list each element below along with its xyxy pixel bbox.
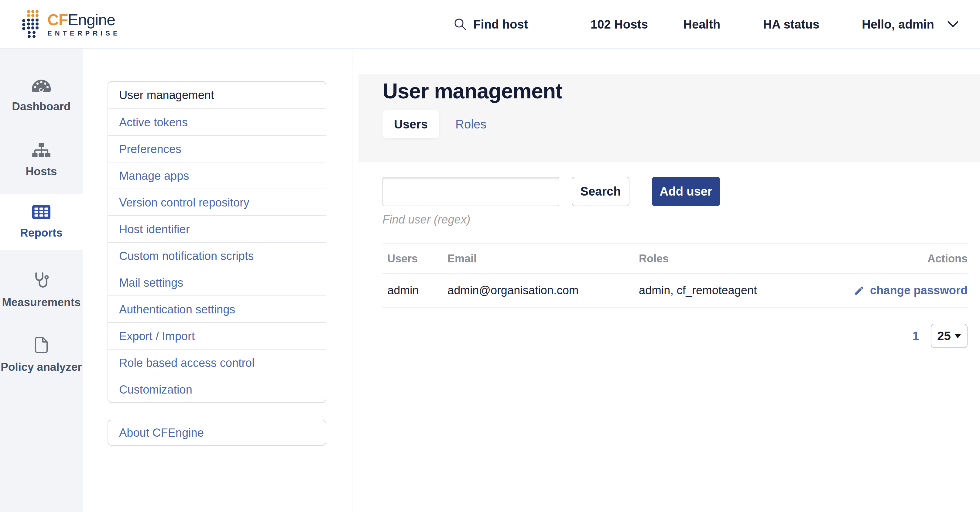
page-title: User management bbox=[382, 78, 562, 104]
menu-item-export-import[interactable]: Export / Import bbox=[108, 322, 326, 349]
ha-status-nav[interactable]: HA status bbox=[763, 0, 819, 49]
tab-roles-label: Roles bbox=[455, 118, 486, 131]
health-nav[interactable]: Health bbox=[683, 0, 720, 49]
sidebar-item-label: Policy analyzer bbox=[1, 361, 82, 374]
sidebar-item-reports[interactable]: Reports bbox=[0, 194, 83, 250]
pagination: 1 25 bbox=[913, 324, 967, 348]
page-number[interactable]: 1 bbox=[913, 329, 919, 343]
sidebar-item-measurements[interactable]: Measurements bbox=[0, 272, 83, 309]
menu-item-preferences[interactable]: Preferences bbox=[108, 135, 326, 162]
sidebar-item-label: Hosts bbox=[26, 165, 57, 178]
tab-users[interactable]: Users bbox=[382, 110, 439, 138]
user-menu[interactable]: Hello, admin bbox=[862, 0, 958, 49]
sidebar-item-label: Dashboard bbox=[12, 100, 70, 113]
settings-menu-panel: User management Active tokens Preference… bbox=[83, 49, 352, 512]
tab-roles[interactable]: Roles bbox=[455, 110, 486, 138]
col-header-users: Users bbox=[382, 252, 447, 265]
table-grid-icon bbox=[32, 205, 51, 219]
sidebar-item-label: Measurements bbox=[2, 296, 81, 309]
cfengine-logo: CFEngine ENTERPRISE bbox=[22, 0, 121, 49]
tab-users-label: Users bbox=[394, 118, 428, 131]
sidebar-item-label: Reports bbox=[20, 227, 62, 239]
search-icon bbox=[453, 17, 467, 31]
page-size-value: 25 bbox=[937, 329, 951, 343]
change-password-link[interactable]: change password bbox=[854, 284, 967, 297]
cell-email: admin@organisation.com bbox=[447, 284, 639, 297]
menu-item-about-cfengine[interactable]: About CFEngine bbox=[108, 420, 326, 446]
user-greeting-label: Hello, admin bbox=[862, 17, 934, 31]
caret-down-icon bbox=[955, 334, 961, 338]
col-header-email: Email bbox=[447, 252, 639, 265]
document-icon bbox=[34, 337, 49, 353]
users-table: Users Email Roles Actions admin admin@or… bbox=[382, 243, 967, 308]
pencil-icon bbox=[854, 285, 865, 296]
top-nav: CFEngine ENTERPRISE Find host 102 Hosts … bbox=[0, 0, 980, 49]
menu-item-manage-apps[interactable]: Manage apps bbox=[108, 162, 326, 189]
col-header-actions: Actions bbox=[928, 252, 967, 265]
find-user-input[interactable] bbox=[382, 177, 559, 206]
main-content: User management Users Roles Search Add u… bbox=[352, 49, 980, 512]
menu-item-user-management[interactable]: User management bbox=[108, 82, 326, 108]
menu-item-active-tokens[interactable]: Active tokens bbox=[108, 108, 326, 135]
settings-menu-card: User management Active tokens Preference… bbox=[108, 81, 326, 403]
menu-item-custom-notification-scripts[interactable]: Custom notification scripts bbox=[108, 242, 326, 269]
page-header-band: User management Users Roles bbox=[358, 74, 980, 162]
brand-engine: Engine bbox=[68, 11, 115, 29]
change-password-label: change password bbox=[870, 284, 967, 297]
add-user-button[interactable]: Add user bbox=[652, 177, 720, 206]
cell-roles: admin, cf_remoteagent bbox=[639, 284, 854, 297]
menu-item-host-identifier[interactable]: Host identifier bbox=[108, 215, 326, 242]
dashboard-gauge-icon bbox=[31, 79, 51, 93]
menu-item-mail-settings[interactable]: Mail settings bbox=[108, 269, 326, 296]
find-user-hint: Find user (regex) bbox=[382, 213, 470, 226]
menu-item-customization[interactable]: Customization bbox=[108, 376, 326, 402]
ha-status-label: HA status bbox=[763, 17, 819, 31]
sidebar-item-hosts[interactable]: Hosts bbox=[0, 143, 83, 178]
brand-cf: CF bbox=[48, 11, 68, 29]
table-row: admin admin@organisation.com admin, cf_r… bbox=[382, 273, 967, 308]
users-table-header: Users Email Roles Actions bbox=[382, 243, 967, 273]
find-host-nav[interactable]: Find host bbox=[453, 0, 528, 49]
hosts-count-nav[interactable]: 102 Hosts bbox=[590, 0, 648, 49]
sidebar: Dashboard Hosts Reports bbox=[0, 49, 83, 512]
hosts-count-label: 102 Hosts bbox=[590, 17, 648, 31]
stethoscope-icon bbox=[33, 272, 50, 289]
menu-item-authentication-settings[interactable]: Authentication settings bbox=[108, 296, 326, 322]
sidebar-item-policy-analyzer[interactable]: Policy analyzer bbox=[0, 337, 83, 374]
cell-username: admin bbox=[382, 284, 447, 297]
cfengine-logo-icon bbox=[22, 10, 41, 39]
health-label: Health bbox=[683, 17, 720, 31]
page-size-dropdown[interactable]: 25 bbox=[931, 324, 967, 348]
menu-item-role-based-access-control[interactable]: Role based access control bbox=[108, 349, 326, 376]
search-button[interactable]: Search bbox=[572, 177, 630, 206]
menu-item-version-control-repository[interactable]: Version control repository bbox=[108, 189, 326, 215]
sitemap-icon bbox=[32, 143, 51, 158]
brand-subtitle: ENTERPRISE bbox=[48, 29, 121, 37]
chevron-down-icon bbox=[948, 21, 958, 28]
sidebar-item-dashboard[interactable]: Dashboard bbox=[0, 79, 83, 113]
find-host-label: Find host bbox=[473, 17, 528, 31]
col-header-roles: Roles bbox=[639, 252, 928, 265]
